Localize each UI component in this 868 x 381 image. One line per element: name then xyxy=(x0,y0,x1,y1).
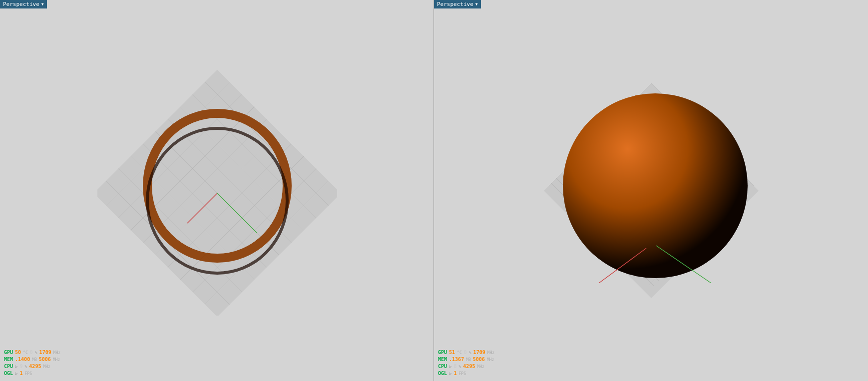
left-ogl-fps: 1 xyxy=(19,370,22,377)
left-cpu-clock-unit: MHz xyxy=(43,364,50,370)
left-dropdown-arrow[interactable]: ▼ xyxy=(41,2,44,6)
right-scene xyxy=(434,0,868,381)
left-mem-value: .1400 xyxy=(15,356,30,363)
right-scene-svg xyxy=(511,58,791,323)
left-gpu-clock: 1709 xyxy=(39,349,51,356)
left-mem-clock-unit: MHz xyxy=(53,357,60,363)
right-cpu-clock: 4295 xyxy=(463,363,475,370)
left-ogl-fps-unit: FPS xyxy=(25,371,32,377)
right-viewport[interactable]: Perspective ▼ xyxy=(434,0,868,381)
left-viewport[interactable]: Perspective ▼ xyxy=(0,0,434,381)
right-dropdown-arrow[interactable]: ▼ xyxy=(475,2,478,6)
left-stats: GPU 50 °C 0 % 1709 MHz MEM .1400 MB 5006… xyxy=(4,349,60,377)
left-scene xyxy=(0,0,434,381)
left-cpu-usage: 9 xyxy=(19,363,22,370)
right-gpu-clock-unit: MHz xyxy=(487,350,494,356)
left-gpu-label: GPU xyxy=(4,349,13,356)
left-gpu-usage: 0 xyxy=(30,349,33,356)
left-gpu-usage-unit: % xyxy=(35,350,37,356)
left-perspective-label: Perspective xyxy=(3,1,39,7)
left-ogl-row: OGL ▷ 1 FPS xyxy=(4,370,60,377)
svg-rect-0 xyxy=(97,69,337,315)
right-ogl-label: OGL xyxy=(438,370,447,377)
left-ogl-label: OGL xyxy=(4,370,13,377)
right-gpu-temp: 51 xyxy=(449,349,455,356)
left-cpu-usage-unit: % xyxy=(25,364,27,370)
left-mem-label: MEM xyxy=(4,356,13,363)
right-mem-value: .1367 xyxy=(449,356,464,363)
left-cpu-row: CPU ▷ 9 % 4295 MHz xyxy=(4,363,60,370)
right-cpu-row: CPU ▷ 8 % 4295 MHz xyxy=(438,363,494,370)
left-gpu-clock-unit: MHz xyxy=(53,350,60,356)
right-mem-unit: MB xyxy=(466,357,471,363)
right-cpu-usage: 8 xyxy=(453,363,456,370)
left-scene-svg xyxy=(97,66,337,316)
right-cpu-label: CPU xyxy=(438,363,447,370)
right-gpu-row: GPU 51 °C 0 % 1709 MHz xyxy=(438,349,494,356)
left-cpu-label: CPU xyxy=(4,363,13,370)
left-gpu-temp: 50 xyxy=(15,349,21,356)
left-viewport-header[interactable]: Perspective ▼ xyxy=(0,0,47,8)
left-mem-row: MEM .1400 MB 5006 MHz xyxy=(4,356,60,363)
right-viewport-header[interactable]: Perspective ▼ xyxy=(434,0,481,8)
right-perspective-label: Perspective xyxy=(437,1,473,7)
right-mem-clock-unit: MHz xyxy=(487,357,494,363)
right-gpu-usage-unit: % xyxy=(469,350,471,356)
right-gpu-clock: 1709 xyxy=(473,349,485,356)
left-cpu-clock: 4295 xyxy=(29,363,41,370)
right-cpu-clock-unit: MHz xyxy=(477,364,484,370)
right-gpu-temp-unit: °C xyxy=(457,350,462,356)
right-mem-label: MEM xyxy=(438,356,447,363)
left-mem-unit: MB xyxy=(32,357,37,363)
svg-point-58 xyxy=(563,93,748,278)
right-cpu-usage-unit: % xyxy=(459,364,461,370)
left-gpu-temp-unit: °C xyxy=(23,350,28,356)
right-ogl-row: OGL ▷ 1 FPS xyxy=(438,370,494,377)
left-gpu-row: GPU 50 °C 0 % 1709 MHz xyxy=(4,349,60,356)
right-gpu-usage: 0 xyxy=(464,349,467,356)
right-ogl-fps-unit: FPS xyxy=(459,371,466,377)
right-mem-clock: 5006 xyxy=(473,356,485,363)
right-stats: GPU 51 °C 0 % 1709 MHz MEM .1367 MB 5006… xyxy=(438,349,494,377)
right-ogl-fps: 1 xyxy=(453,370,456,377)
left-mem-clock: 5006 xyxy=(39,356,51,363)
right-mem-row: MEM .1367 MB 5006 MHz xyxy=(438,356,494,363)
right-gpu-label: GPU xyxy=(438,349,447,356)
